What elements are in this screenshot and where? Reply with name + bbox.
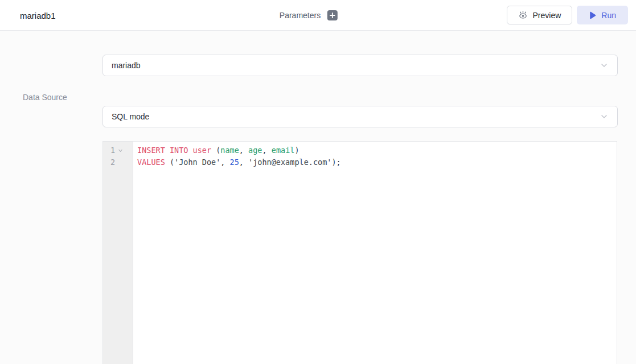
preview-button[interactable]: Preview: [507, 6, 573, 24]
data-source-value: mariadb: [112, 61, 141, 70]
query-editor-panel: Data Source mariadb SQL mode 12 INSERT I…: [0, 31, 636, 364]
code-token-plain: [188, 146, 192, 155]
code-token-identifier: name: [220, 146, 239, 155]
code-token-plain: ('John Doe',: [165, 158, 230, 167]
code-line: VALUES ('John Doe', 25, 'john@example.co…: [137, 156, 617, 168]
line-number: 1: [110, 144, 115, 156]
run-button[interactable]: Run: [577, 6, 628, 24]
code-token-plain: ,: [239, 146, 248, 155]
code-token-plain: , 'john@example.com');: [239, 158, 341, 167]
header-actions: Preview Run: [507, 6, 628, 24]
code-token-plain: ,: [262, 146, 272, 155]
plus-icon: [330, 13, 335, 18]
code-lines[interactable]: INSERT INTO user (name, age, email)VALUE…: [133, 142, 617, 364]
run-button-label: Run: [601, 11, 616, 20]
play-icon: [589, 11, 596, 19]
code-token-number: 25: [230, 158, 239, 167]
gutter: 12: [103, 142, 133, 364]
code-token-plain: (: [211, 146, 220, 155]
code-token-identifier: age: [248, 146, 262, 155]
preview-button-label: Preview: [533, 11, 561, 20]
query-mode-value: SQL mode: [112, 112, 149, 121]
data-source-select[interactable]: mariadb: [102, 55, 618, 76]
header-bar: mariadb1 Parameters Previe: [0, 0, 636, 31]
fold-chevron-down-icon[interactable]: [118, 148, 123, 153]
code-token-keyword: user: [193, 146, 212, 155]
code-line: INSERT INTO user (name, age, email): [137, 144, 617, 156]
chevron-down-icon: [600, 61, 609, 70]
query-title[interactable]: mariadb1: [20, 10, 56, 20]
query-mode-select[interactable]: SQL mode: [102, 106, 618, 127]
data-source-label: Data Source: [23, 93, 67, 102]
parameters-group: Parameters: [280, 10, 338, 20]
code-token-plain: ): [294, 146, 299, 155]
sql-code-editor: 12 INSERT INTO user (name, age, email)VA…: [102, 141, 617, 364]
code-token-keyword: VALUES: [137, 158, 165, 167]
gutter-row: 2: [103, 156, 133, 168]
chevron-down-icon: [600, 112, 609, 121]
line-number: 2: [110, 156, 115, 168]
parameters-label: Parameters: [280, 11, 321, 20]
code-token-keyword: INSERT INTO: [137, 146, 188, 155]
gutter-row: 1: [103, 144, 133, 156]
add-parameter-button[interactable]: [327, 10, 338, 20]
eye-icon: [518, 11, 528, 19]
code-token-identifier: email: [272, 146, 295, 155]
